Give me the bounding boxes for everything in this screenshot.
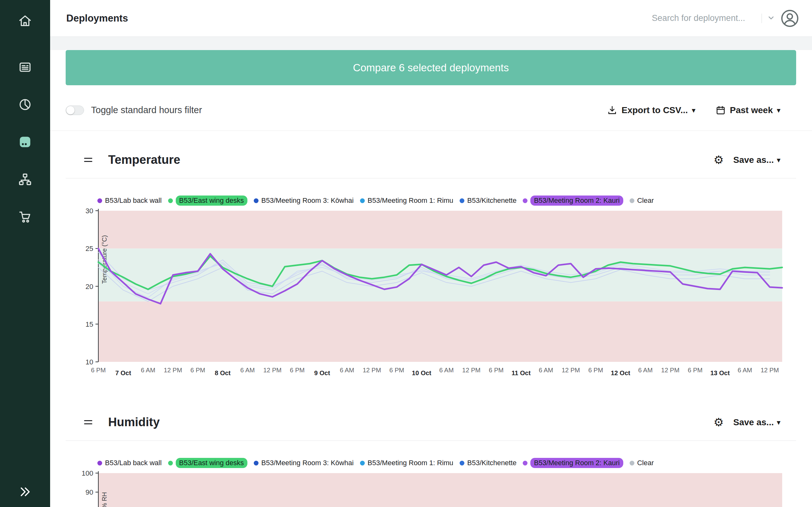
legend-item[interactable]: B53/Lab back wall	[97, 459, 162, 467]
legend-item[interactable]: B53/Meeting Room 1: Rimu	[360, 459, 453, 467]
sidebar-item-cart[interactable]	[15, 209, 35, 225]
toolbar-right: Export to CSV... ▾ Past week ▾	[607, 105, 780, 115]
legend-label: B53/Meeting Room 1: Rimu	[368, 459, 453, 467]
legend-item[interactable]: B53/Meeting Room 3: Kōwhai	[254, 196, 354, 205]
save-as-button[interactable]: Save as... ▾	[733, 155, 780, 165]
chevron-down-icon[interactable]	[767, 14, 775, 23]
legend-item[interactable]: B53/East wing desks	[168, 195, 247, 206]
sidebar-expand-button[interactable]	[15, 484, 35, 500]
svg-text:6 PM: 6 PM	[489, 367, 504, 374]
page-title: Deployments	[66, 13, 128, 24]
svg-text:6 PM: 6 PM	[589, 367, 603, 374]
section-title: Humidity	[108, 415, 160, 429]
legend-label: B53/Meeting Room 2: Kauri	[530, 458, 623, 468]
search-divider	[762, 14, 762, 23]
compare-wrap: Compare 6 selected deployments	[50, 50, 812, 85]
sidebar-item-sensors-active[interactable]	[15, 134, 35, 150]
svg-text:10 Oct: 10 Oct	[412, 370, 432, 377]
humidity-section: Humidity ⚙ Save as... ▾ B53/Lab back wal…	[50, 384, 812, 507]
home-icon	[18, 14, 32, 28]
legend-dot	[629, 199, 635, 203]
svg-text:20: 20	[86, 283, 93, 291]
humidity-legend: B53/Lab back wallB53/East wing desksB53/…	[97, 457, 796, 469]
standard-hours-toggle[interactable]	[66, 106, 84, 115]
legend-item[interactable]: B53/Meeting Room 3: Kōwhai	[254, 459, 354, 467]
svg-text:12 PM: 12 PM	[661, 367, 679, 374]
temperature-section-header: Temperature ⚙ Save as... ▾	[50, 153, 812, 167]
legend-dot	[360, 461, 365, 465]
svg-text:11 Oct: 11 Oct	[512, 370, 531, 377]
sidebar-item-home[interactable]	[15, 13, 35, 29]
user-avatar-icon	[780, 9, 799, 28]
legend-item[interactable]: B53/Kitchenette	[460, 459, 516, 467]
save-as-button[interactable]: Save as... ▾	[733, 417, 780, 428]
legend-label: Clear	[637, 459, 654, 467]
gear-icon[interactable]: ⚙	[714, 417, 724, 428]
legend-label: B53/Lab back wall	[105, 459, 162, 467]
svg-text:% RH: % RH	[101, 492, 108, 507]
search-input[interactable]	[652, 13, 757, 23]
svg-text:12 PM: 12 PM	[362, 367, 381, 374]
date-range-button[interactable]: Past week ▾	[716, 105, 780, 115]
svg-text:90: 90	[86, 488, 93, 496]
legend-dot	[523, 461, 527, 465]
double-chevron-right-icon	[18, 485, 32, 499]
svg-text:30: 30	[86, 207, 93, 215]
drag-handle-icon[interactable]	[84, 420, 92, 424]
cart-icon	[18, 210, 32, 224]
legend-item[interactable]: B53/Meeting Room 2: Kauri	[523, 195, 623, 206]
sidebar-item-dashboard[interactable]	[15, 96, 35, 113]
legend-dot	[97, 461, 102, 465]
legend-label: Clear	[637, 196, 654, 205]
save-as-label: Save as...	[733, 417, 774, 428]
legend-dot	[168, 461, 173, 465]
legend-item[interactable]: Clear	[629, 459, 654, 467]
svg-text:13 Oct: 13 Oct	[710, 370, 729, 377]
sidebar-item-hierarchy[interactable]	[15, 171, 35, 187]
calendar-icon	[716, 105, 726, 115]
legend-dot	[168, 199, 173, 203]
svg-text:25: 25	[86, 245, 93, 252]
legend-item[interactable]: B53/East wing desks	[168, 458, 247, 468]
main-content: Deployments Compare 6 selected deploymen…	[50, 0, 812, 507]
drag-handle-icon[interactable]	[84, 158, 92, 162]
svg-text:7 Oct: 7 Oct	[115, 370, 131, 377]
compare-deployments-button[interactable]: Compare 6 selected deployments	[66, 50, 796, 85]
legend-item[interactable]: Clear	[629, 196, 654, 205]
legend-label: B53/Kitchenette	[467, 196, 516, 205]
legend-item[interactable]: B53/Meeting Room 2: Kauri	[523, 458, 623, 468]
caret-down-icon: ▾	[777, 156, 780, 164]
legend-item[interactable]: B53/Kitchenette	[460, 196, 516, 205]
caret-down-icon: ▾	[692, 107, 695, 114]
legend-item[interactable]: B53/Lab back wall	[97, 196, 162, 205]
export-csv-label: Export to CSV...	[621, 105, 688, 115]
date-range-label: Past week	[730, 105, 773, 115]
svg-text:15: 15	[86, 320, 93, 328]
svg-text:9 Oct: 9 Oct	[314, 370, 330, 377]
legend-label: B53/Meeting Room 3: Kōwhai	[261, 196, 354, 205]
legend-label: B53/East wing desks	[176, 458, 247, 468]
legend-dot	[460, 199, 464, 203]
legend-label: B53/Lab back wall	[105, 196, 162, 205]
legend-item[interactable]: B53/Meeting Room 1: Rimu	[360, 196, 453, 205]
humidity-chart: 10090% RH	[50, 469, 812, 507]
toolbar: Toggle standard hours filter Export to C…	[50, 85, 812, 131]
legend-dot	[360, 199, 365, 203]
svg-text:6 PM: 6 PM	[688, 367, 703, 374]
svg-text:12 PM: 12 PM	[164, 367, 182, 374]
legend-label: B53/Meeting Room 3: Kōwhai	[261, 459, 354, 467]
sidebar-item-news[interactable]	[15, 59, 35, 75]
export-csv-button[interactable]: Export to CSV... ▾	[607, 105, 695, 115]
svg-text:6 AM: 6 AM	[439, 367, 454, 374]
svg-text:8 Oct: 8 Oct	[215, 370, 231, 377]
dashboard-icon	[18, 98, 32, 112]
temperature-chart: 3025201510Temperature (°C)6 PM7 Oct6 AM1…	[50, 206, 812, 384]
gear-icon[interactable]: ⚙	[714, 154, 724, 166]
header-shadow-band	[50, 37, 812, 50]
svg-text:6 AM: 6 AM	[241, 367, 255, 374]
legend-dot	[254, 199, 258, 203]
toggle-knob	[66, 106, 74, 114]
legend-label: B53/Meeting Room 1: Rimu	[368, 196, 453, 205]
user-avatar[interactable]	[780, 9, 799, 28]
legend-label: B53/Meeting Room 2: Kauri	[530, 195, 623, 206]
